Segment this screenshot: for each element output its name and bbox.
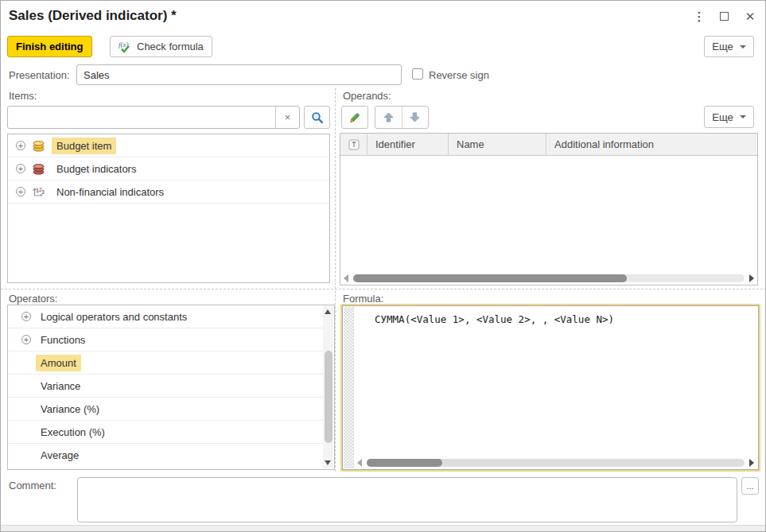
row-marker-icon [348,139,360,150]
scroll-left-icon[interactable] [357,459,362,467]
formula-hscroll-thumb[interactable] [367,459,442,467]
more-button-operands-label: Еще [712,111,733,123]
presentation-input[interactable] [76,64,402,85]
check-formula-label: Check formula [137,41,204,52]
tree-item-budget-indicators[interactable]: + Budget indicators [8,157,329,181]
operators-label: Operators: [9,293,57,305]
row-marker-column-header[interactable] [340,134,367,155]
comment-ellipsis-button[interactable]: ... [741,477,759,495]
page-title: Sales (Derived indicator) * [9,8,177,24]
maximize-box [720,12,729,21]
operator-item-variance-pct[interactable]: Variance (%) [8,398,323,421]
numeric-axis-icon: 1 2 3 [32,185,45,198]
operators-vscrollbar[interactable] [323,306,333,468]
operator-label: Execution (%) [36,424,110,441]
check-formula-icon: f(x) [119,41,132,53]
tree-item-label: Non-financial indicators [52,184,169,200]
more-button-top[interactable]: Еще [704,36,754,57]
column-header-additional[interactable]: Additional information [546,134,757,155]
maximize-icon[interactable] [720,12,729,21]
operands-table-body[interactable] [340,156,757,272]
coins-red-icon [32,163,45,175]
vertical-splitter[interactable] [335,88,336,472]
chevron-down-icon [740,115,746,118]
operands-hscroll-track[interactable] [353,274,745,282]
tree-item-label: Budget item [52,138,116,154]
operators-vscroll-thumb[interactable] [325,351,332,443]
close-icon[interactable]: ✕ [744,10,756,24]
reverse-sign-checkbox[interactable] [412,68,423,80]
expand-icon[interactable]: + [16,141,25,150]
operator-label: Average [36,447,84,464]
clear-search-icon[interactable]: × [275,107,299,128]
move-up-button[interactable] [375,107,402,128]
arrow-up-icon [383,112,394,122]
formula-hscrollbar[interactable] [355,457,756,468]
chevron-down-icon [740,45,746,49]
pencil-icon [348,111,362,124]
operands-hscrollbar[interactable] [340,273,757,284]
reverse-sign-label: Reverse sign [429,69,489,81]
column-header-identifier[interactable]: Identifier [367,134,449,155]
scroll-up-icon[interactable] [325,309,331,314]
operands-hscroll-thumb[interactable] [353,274,627,282]
horizontal-splitter[interactable] [1,289,766,289]
expand-icon[interactable]: + [16,164,25,173]
window-footer [1,525,765,531]
operator-label: Variance (%) [36,401,104,417]
operands-table-header: Identifier Name Additional information [340,134,757,156]
operator-label: Logical operators and constants [36,309,192,325]
formula-text[interactable]: СУММА(<Value 1>, <Value 2>, , <Value N>) [375,313,614,325]
operator-label: Functions [36,332,90,348]
finish-editing-label: Finish editing [16,41,84,52]
more-button-top-label: Еще [712,41,733,52]
finish-editing-button[interactable]: Finish editing [7,36,92,57]
items-label: Items: [9,90,37,102]
more-button-operands[interactable]: Еще [704,106,754,128]
scroll-left-icon[interactable] [344,274,348,282]
formula-editor[interactable]: СУММА(<Value 1>, <Value 2>, , <Value N>) [340,304,760,472]
comment-label: Comment: [9,480,56,491]
operands-table: Identifier Name Additional information [340,133,758,285]
search-input[interactable] [8,107,275,128]
search-button[interactable] [304,106,330,129]
check-formula-button[interactable]: f(x) Check formula [110,36,212,57]
operands-label: Operands: [343,90,391,102]
derived-indicator-window: Sales (Derived indicator) * ⋮ ✕ Finish e… [0,0,766,532]
search-icon [311,111,324,124]
edit-operand-button[interactable] [341,106,368,129]
operators-tree-panel: + Logical operators and constants + Func… [7,305,335,470]
operator-item-functions[interactable]: + Functions [8,328,323,351]
expand-icon[interactable]: + [21,312,31,321]
operator-item-variance[interactable]: Variance [8,375,323,398]
arrow-down-icon [410,112,420,122]
operator-item-execution-pct[interactable]: Execution (%) [8,421,323,444]
column-header-name[interactable]: Name [449,134,546,155]
operator-item-logical[interactable]: + Logical operators and constants [8,305,323,328]
scroll-right-icon[interactable] [749,274,754,282]
items-search-field[interactable]: × [7,106,300,129]
formula-gutter [344,307,354,468]
tree-item-budget-item[interactable]: + Budget item [8,134,329,157]
tree-item-label: Budget indicators [52,161,141,177]
scroll-right-icon[interactable] [749,459,754,467]
items-tree-panel: + Budget item + Budget indicators + 1 [7,134,330,283]
formula-hscroll-track[interactable] [367,459,745,467]
comment-input[interactable] [77,477,737,522]
scroll-down-icon[interactable] [325,460,331,465]
formula-label: Formula: [343,293,383,305]
svg-text:3: 3 [41,189,45,195]
move-buttons-group [375,106,429,129]
operator-item-average[interactable]: Average [8,444,323,467]
coins-gold-icon [32,140,45,152]
expand-icon[interactable]: + [16,187,25,196]
move-down-button[interactable] [402,107,429,128]
operator-label: Amount [36,355,81,371]
more-menu-icon[interactable]: ⋮ [693,10,706,24]
operator-item-amount[interactable]: Amount [8,351,323,375]
expand-icon[interactable]: + [21,335,31,344]
tree-item-non-financial[interactable]: + 1 2 3 Non-financial indicators [8,181,329,204]
operator-label: Variance [36,378,85,394]
presentation-label: Presentation: [9,69,70,81]
